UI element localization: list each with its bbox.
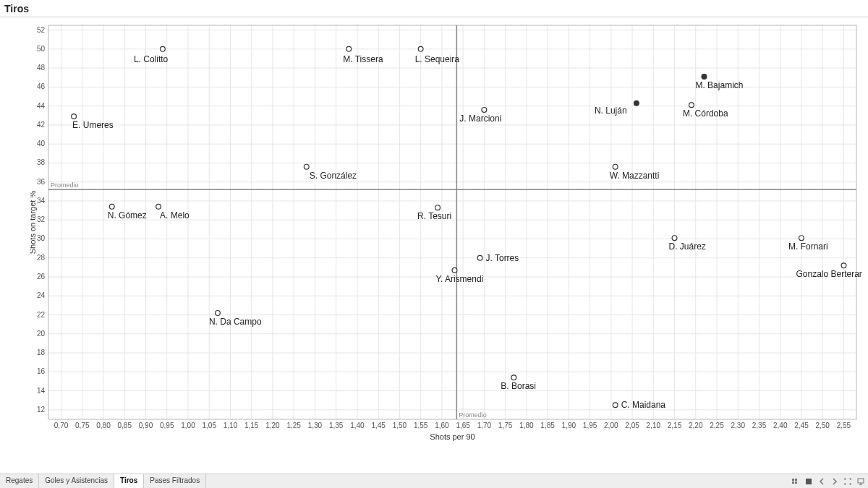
data-point[interactable] [511, 375, 516, 380]
svg-text:2,15: 2,15 [668, 421, 682, 429]
data-point[interactable] [161, 46, 166, 51]
data-point[interactable] [435, 205, 441, 210]
svg-text:28: 28 [37, 254, 46, 262]
svg-text:2,30: 2,30 [731, 421, 746, 429]
data-point-label: R. Tesuri [417, 211, 451, 221]
data-point[interactable] [156, 204, 161, 209]
data-point[interactable] [613, 164, 618, 169]
svg-text:1,85: 1,85 [540, 421, 555, 429]
data-point-label: B. Borasi [501, 381, 536, 391]
svg-text:44: 44 [37, 102, 46, 110]
data-point[interactable] [799, 236, 804, 241]
svg-text:Promedio: Promedio [459, 411, 487, 419]
svg-text:1,15: 1,15 [244, 421, 259, 429]
data-point-label: J. Torres [486, 253, 519, 263]
data-point[interactable] [613, 403, 618, 408]
sheet-tab-regates[interactable]: Regates [0, 474, 39, 488]
svg-text:1,50: 1,50 [393, 421, 407, 429]
data-point-label: M. Tissera [343, 54, 383, 64]
data-point[interactable] [346, 46, 352, 51]
data-point-label: Gonzalo Berterame [796, 269, 862, 279]
svg-text:26: 26 [37, 273, 46, 281]
svg-text:Promedio: Promedio [51, 181, 79, 189]
data-point-label: C. Maidana [621, 400, 666, 410]
data-point-label: E. Umeres [72, 120, 114, 130]
data-point[interactable] [634, 100, 639, 106]
svg-text:34: 34 [37, 197, 46, 205]
svg-rect-130 [858, 479, 864, 483]
svg-text:2,00: 2,00 [604, 421, 618, 429]
svg-text:20: 20 [37, 330, 46, 338]
svg-text:1,70: 1,70 [477, 421, 492, 429]
svg-text:1,10: 1,10 [224, 421, 238, 429]
svg-text:1,45: 1,45 [371, 421, 386, 429]
svg-text:42: 42 [37, 121, 46, 129]
data-point[interactable] [216, 311, 221, 316]
svg-text:1,75: 1,75 [498, 421, 513, 429]
svg-text:1,90: 1,90 [562, 421, 576, 429]
chart-frame: Tiros PromedioPromedio0,700,750,800,850,… [0, 0, 868, 488]
svg-rect-128 [795, 481, 797, 484]
data-point[interactable] [482, 107, 487, 112]
svg-text:1,00: 1,00 [181, 421, 195, 429]
svg-rect-126 [795, 479, 797, 481]
svg-text:0,95: 0,95 [160, 421, 174, 429]
data-point-label: J. Marcioni [459, 114, 501, 124]
svg-text:0,85: 0,85 [118, 421, 132, 429]
svg-text:1,30: 1,30 [308, 421, 323, 429]
sheet-tab-pases-filtrados[interactable]: Pases Filtrados [144, 474, 206, 488]
svg-text:0,70: 0,70 [54, 421, 69, 429]
toolbar [791, 474, 865, 488]
data-point-label: D. Juárez [669, 241, 706, 252]
chart-title: Tiros [4, 3, 29, 14]
data-point-label: S. González [310, 171, 357, 181]
svg-text:1,35: 1,35 [329, 421, 344, 429]
svg-text:1,20: 1,20 [265, 421, 280, 429]
title-bar: Tiros [0, 0, 868, 17]
data-point[interactable] [304, 164, 309, 169]
svg-text:2,10: 2,10 [647, 421, 661, 429]
prev-icon[interactable] [817, 477, 826, 486]
svg-text:1,05: 1,05 [202, 421, 216, 429]
data-point-label: M. Bajamich [695, 80, 743, 90]
svg-text:2,50: 2,50 [815, 421, 830, 429]
svg-text:40: 40 [37, 140, 46, 147]
data-point[interactable] [109, 204, 114, 209]
data-point-label: W. Mazzantti [610, 171, 660, 181]
svg-text:2,45: 2,45 [794, 421, 809, 429]
svg-rect-125 [792, 479, 794, 481]
data-point[interactable] [418, 46, 423, 51]
data-point[interactable] [702, 74, 707, 80]
data-point[interactable] [477, 255, 482, 260]
data-point-label: A. Melo [160, 210, 190, 221]
svg-text:30: 30 [37, 234, 46, 242]
filmstrip-icon[interactable] [804, 477, 813, 486]
svg-text:1,25: 1,25 [286, 421, 301, 429]
svg-text:24: 24 [37, 291, 46, 299]
presentation-icon[interactable] [856, 477, 865, 486]
svg-text:36: 36 [37, 178, 46, 186]
data-point[interactable] [841, 263, 846, 268]
svg-text:2,20: 2,20 [689, 421, 703, 429]
svg-rect-129 [806, 479, 812, 484]
svg-text:22: 22 [37, 311, 46, 319]
data-point[interactable] [672, 236, 677, 241]
data-point-label: N. Gómez [108, 210, 147, 221]
sheet-tabs: RegatesGoles y AsistenciasTirosPases Fil… [0, 474, 868, 488]
next-icon[interactable] [830, 477, 839, 486]
svg-text:50: 50 [37, 45, 46, 53]
svg-text:1,60: 1,60 [435, 421, 449, 429]
data-point-label: N. Da Campo [209, 317, 262, 327]
sheet-tab-goles-y-asistencias[interactable]: Goles y Asistencias [39, 474, 114, 488]
fullscreen-icon[interactable] [843, 477, 852, 486]
svg-text:Shots on target %: Shots on target % [30, 191, 37, 254]
data-point[interactable] [72, 114, 77, 119]
sheet-tab-tiros[interactable]: Tiros [114, 474, 144, 488]
scatter-plot[interactable]: PromedioPromedio0,700,750,800,850,900,95… [30, 22, 862, 448]
svg-text:1,55: 1,55 [414, 421, 428, 429]
svg-text:14: 14 [37, 387, 46, 395]
data-point[interactable] [689, 103, 694, 108]
grid-icon[interactable] [791, 477, 800, 486]
svg-text:2,55: 2,55 [837, 421, 851, 429]
data-point[interactable] [452, 267, 457, 273]
